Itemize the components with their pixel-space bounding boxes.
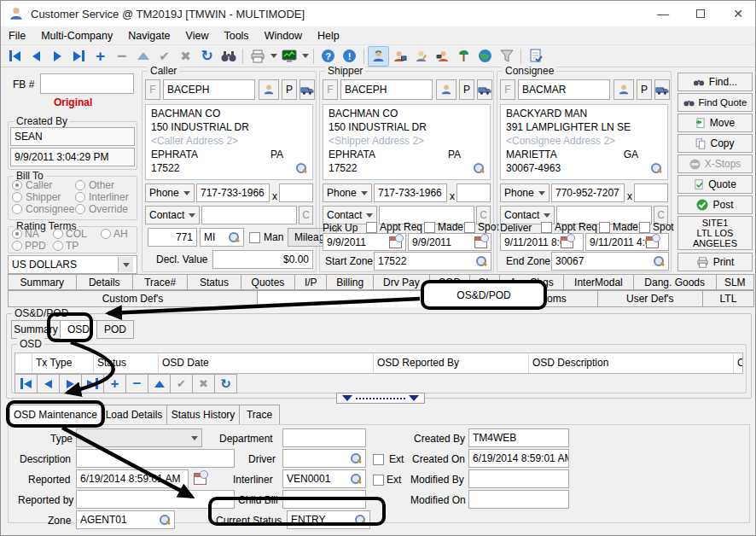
nav-delete-button[interactable]: − [125, 374, 148, 393]
x-stops-button[interactable]: X-Stops [677, 154, 753, 173]
alert-button[interactable]: ! [339, 46, 360, 67]
consignee-phone-input[interactable]: 770-952-7207 [551, 184, 625, 202]
caller-contact-select[interactable]: Contact [145, 206, 200, 224]
distance-input[interactable]: 771 [148, 228, 197, 247]
caller-p-button[interactable]: P [282, 79, 297, 100]
deliver-spot-checkbox[interactable]: Spot [639, 221, 674, 233]
nav-next-button[interactable] [59, 374, 82, 393]
monitor-dropdown-caret[interactable] [299, 46, 310, 67]
caller-c-button[interactable]: C [299, 206, 313, 224]
find-quote-button[interactable]: Find Quote [677, 93, 753, 112]
reported-calendar-icon[interactable] [194, 473, 206, 485]
tab-trace-number[interactable]: Trace# [132, 274, 188, 290]
add-record-button[interactable]: + [90, 46, 111, 67]
caller-zip-lookup-icon[interactable] [295, 162, 307, 174]
menu-window[interactable]: Window [257, 28, 310, 44]
caller-contact-input[interactable] [201, 206, 297, 224]
delete-record-button[interactable]: − [111, 46, 132, 67]
funnel-icon[interactable] [496, 46, 517, 67]
nav-post-button[interactable]: ✔ [170, 374, 193, 393]
osdpod-tab-osd[interactable]: OSD [60, 320, 97, 339]
find-binoculars-button[interactable] [218, 46, 239, 67]
site-button[interactable]: SITE1 LTL LOS ANGELES [677, 216, 753, 250]
rating-tp-radio[interactable]: TP [53, 240, 79, 252]
department-input[interactable] [282, 428, 366, 447]
current-status-lookup-icon[interactable] [354, 514, 366, 526]
distance-unit-input[interactable]: MI [200, 228, 244, 247]
tab-trace[interactable]: Trace [239, 405, 280, 425]
reported-input[interactable]: 6/19/2014 8:59:01 AM [76, 469, 189, 488]
driver-ext-checkbox[interactable]: Ext [373, 453, 404, 465]
start-zone-lookup-icon[interactable] [475, 255, 487, 267]
caller-truck-button[interactable] [299, 79, 315, 100]
deliver-date-from-input[interactable]: 9/11/2011 8:00:00 AM [500, 233, 584, 251]
consignee-truck-button[interactable] [654, 79, 670, 100]
col-tx-type[interactable]: Tx Type [32, 353, 94, 373]
child-bill-input[interactable] [282, 490, 366, 509]
caller-ext-input[interactable] [279, 184, 313, 202]
osdpod-tab-pod[interactable]: POD [96, 320, 134, 339]
col-osd-date[interactable]: OSD Date [159, 353, 374, 373]
move-button[interactable]: Move [677, 114, 753, 132]
maximize-button[interactable] [683, 1, 718, 26]
osdpod-tab-summary[interactable]: Summary [11, 320, 61, 339]
help-button[interactable]: ? [317, 46, 339, 67]
deliver-appt-req-checkbox[interactable]: Appt Req [541, 221, 597, 233]
consignee-zip-lookup-icon[interactable] [650, 162, 662, 174]
document-check-icon[interactable] [525, 46, 546, 67]
splitter-handle[interactable] [336, 393, 425, 404]
tab-acc-chgs[interactable]: Acc Chgs [499, 274, 564, 290]
tab-drv-pay[interactable]: Drv Pay [373, 274, 430, 290]
shipper-phone-input[interactable]: 717-733-1966 [374, 184, 447, 202]
rating-ppd-radio[interactable]: PPD [12, 240, 46, 252]
col-status[interactable]: Status [94, 353, 159, 373]
interliner-input[interactable]: VEN0001 [282, 469, 366, 488]
caller-code-input[interactable]: BACEPH [163, 79, 255, 100]
rating-ah-radio[interactable]: AH [101, 228, 128, 240]
tab-summary[interactable]: Summary [8, 274, 77, 290]
unit-lookup-icon[interactable] [228, 231, 240, 243]
nav-prev-button[interactable] [37, 374, 60, 393]
rating-col-radio[interactable]: COL [53, 228, 87, 240]
description-input[interactable] [76, 449, 235, 468]
shipper-phone-select[interactable]: Phone [323, 184, 372, 202]
close-button[interactable]: ✕ [721, 1, 755, 26]
shipper-client-button[interactable] [436, 79, 457, 100]
decl-value-input[interactable]: $0.00 [212, 250, 313, 269]
tab-osd-pod[interactable]: OS&D/POD [257, 290, 495, 307]
consignee-phone-select[interactable]: Phone [500, 184, 550, 202]
bill-to-shipper-radio[interactable]: Shipper [12, 191, 61, 203]
minimize-button[interactable]: — [646, 1, 680, 26]
interliner-lookup-icon[interactable] [350, 473, 362, 485]
consignee-ext-input[interactable] [634, 184, 668, 202]
end-zone-lookup-icon[interactable] [653, 255, 665, 267]
shipper-code-input[interactable]: BACEPH [340, 79, 433, 100]
trace-person-icon[interactable] [432, 46, 453, 67]
consignee-code-input[interactable]: BACMAR [518, 79, 610, 100]
first-record-button[interactable] [4, 46, 26, 67]
fb-input[interactable] [40, 73, 134, 94]
consignee-client-button[interactable] [614, 79, 634, 100]
caller-client-button[interactable] [259, 79, 279, 100]
pickup-made-checkbox[interactable]: Made [424, 221, 463, 233]
rating-na-radio[interactable]: NA [12, 228, 39, 240]
calendar-icon[interactable] [561, 236, 573, 248]
tab-user-defs[interactable]: User Def's [597, 290, 703, 307]
bill-to-interliner-radio[interactable]: Interliner [75, 191, 129, 203]
menu-navigate[interactable]: Navigate [120, 28, 177, 44]
nav-insert-button[interactable]: + [103, 374, 126, 393]
next-record-button[interactable] [47, 46, 68, 67]
menu-file[interactable]: File [1, 28, 33, 44]
zone-lookup-icon[interactable] [159, 514, 171, 526]
menu-view[interactable]: View [178, 28, 217, 44]
refresh-button[interactable]: ↻ [196, 46, 218, 67]
monitor-button[interactable] [278, 46, 299, 67]
tab-intermodal[interactable]: InterModal [563, 274, 634, 290]
col-osd-description[interactable]: OSD Description [529, 353, 734, 373]
current-status-input[interactable]: ENTRY [287, 510, 370, 529]
reported-by-input[interactable] [76, 490, 235, 509]
pickup-date-to-input[interactable]: 9/9/2011 [408, 233, 491, 251]
bill-to-override-radio[interactable]: Override [75, 203, 128, 215]
tab-quotes[interactable]: Quotes [241, 274, 296, 290]
consignee-f-button[interactable]: F [500, 79, 515, 100]
